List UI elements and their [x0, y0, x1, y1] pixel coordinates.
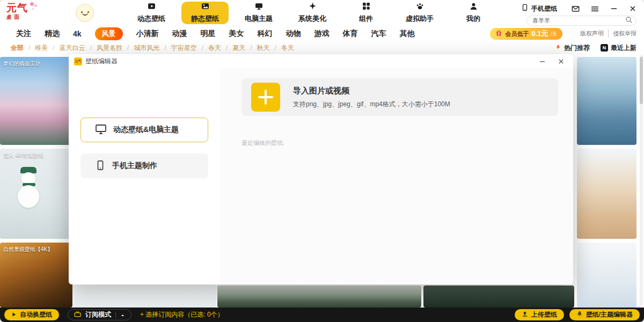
minimize-icon[interactable]	[610, 5, 618, 12]
auto-change-wallpaper-button[interactable]: 自动换壁纸	[4, 309, 59, 320]
app-logo: 元气 桌面	[6, 3, 28, 20]
nav-label: 系统美化	[298, 14, 326, 24]
nav-label: 动态壁纸	[137, 14, 165, 24]
report-link[interactable]: 侵权举报	[608, 30, 636, 38]
subcategory-summer[interactable]: 夏天	[232, 43, 257, 53]
subcategory-sky-clouds[interactable]: 蓝天白云	[60, 43, 97, 53]
scrollbar-thumb[interactable]	[640, 57, 643, 104]
wallpaper-thumb-alchemy[interactable]: 梦幻的炼金工坊	[0, 57, 72, 145]
wallpaper-thumb-winter-trees[interactable]	[577, 149, 636, 239]
nav-item-virtual-assistant[interactable]: 虚拟助手	[396, 2, 443, 24]
hot-recommend-button[interactable]: 热门推荐	[555, 43, 590, 53]
category-other[interactable]: 其他	[400, 29, 415, 39]
category-bar: 关注 精选 4k 风景 小清新 动漫 明星 美女 科幻 动物 游戏 体育 汽车 …	[0, 26, 644, 42]
wallpaper-thumb-snowman[interactable]: 雪人 4K专属壁纸	[0, 149, 72, 239]
subcategory-all[interactable]: 全部	[11, 43, 35, 53]
subcategory-cityscape[interactable]: 城市风光	[134, 43, 171, 53]
menu-icon[interactable]	[591, 5, 599, 13]
nav-label: 静态壁纸	[191, 14, 219, 24]
subcategory-winter[interactable]: 冬天	[281, 43, 294, 53]
subscribe-mode-label: 订阅模式	[85, 310, 111, 319]
upload-text-block: 导入图片或视频 支持png、jpg、jpeg、gif、mp4格式，大小需小于10…	[293, 86, 450, 109]
header-controls: 手机壁纸	[521, 4, 636, 13]
legal-links: 版权声明 侵权举报	[580, 30, 636, 38]
mobile-wallpaper-button[interactable]: 手机壁纸	[521, 4, 557, 13]
category-follow[interactable]: 关注	[16, 29, 31, 39]
category-fresh[interactable]: 小清新	[136, 29, 159, 39]
subcategory-aesthetic[interactable]: 唯美	[35, 43, 59, 53]
close-icon[interactable]	[629, 5, 636, 12]
tab-mobile-theme-maker[interactable]: 手机主题制作	[80, 153, 208, 178]
category-list: 关注 精选 4k 风景 小清新 动漫 明星 美女 科幻 动物 游戏 体育 汽车 …	[16, 26, 415, 42]
wallpaper-thumb-snow[interactable]	[577, 243, 636, 308]
footer-bar: 自动换壁纸 订阅模式 + 选择订阅内容（已选: 0个） 上传壁纸 壁纸/主题编辑…	[0, 308, 644, 322]
category-anime[interactable]: 动漫	[172, 29, 187, 39]
nav-label: 我的	[466, 14, 480, 24]
monitor-icon	[255, 2, 263, 12]
search-input[interactable]	[526, 16, 636, 26]
nav-item-mine[interactable]: 我的	[450, 2, 497, 24]
sort-options: 热门推荐 N 最近上新	[555, 43, 636, 53]
subscribe-mode-dropdown[interactable]: 订阅模式	[68, 309, 131, 320]
upload-wallpaper-label: 上传壁纸	[531, 310, 557, 319]
nav-item-dynamic-wallpaper[interactable]: 动态壁纸	[128, 2, 175, 24]
nav-item-static-wallpaper[interactable]: 静态壁纸	[181, 2, 229, 24]
wallpaper-thumb-forest[interactable]	[217, 286, 421, 308]
tab-dynamic-wallpaper-pc-theme[interactable]: 动态壁纸&电脑主题	[80, 118, 208, 142]
caret-up-icon	[120, 310, 125, 320]
upload-icon	[522, 311, 528, 319]
nav-item-system-beautify[interactable]: 系统美化	[289, 2, 336, 24]
subcategory-space[interactable]: 宇宙星空	[171, 43, 208, 53]
flame-icon	[555, 43, 561, 53]
message-icon[interactable]	[572, 5, 580, 13]
vip-suffix-text: /天	[551, 31, 557, 38]
category-scifi[interactable]: 科幻	[258, 29, 273, 39]
app-window: 元气 桌面 动态壁纸 静态壁纸 电脑主题 系统美化	[0, 0, 644, 322]
user-avatar[interactable]	[76, 4, 94, 22]
search-icon[interactable]	[625, 16, 633, 26]
category-landscape[interactable]: 风景	[95, 27, 123, 40]
plus-icon[interactable]	[251, 83, 280, 112]
modal-sidebar: 动态壁纸&电脑主题 手机主题制作	[69, 68, 220, 284]
vip-promo-badge[interactable]: 会员低于 0.1元 /天	[490, 28, 562, 40]
image-icon	[201, 2, 209, 12]
wallpaper-title: 梦幻的炼金工坊	[3, 60, 41, 68]
subcategory-autumn[interactable]: 秋天	[257, 43, 281, 53]
upload-wallpaper-button[interactable]: 上传壁纸	[515, 309, 564, 320]
category-featured[interactable]: 精选	[45, 29, 60, 39]
nav-label: 虚拟助手	[406, 14, 434, 24]
subcategory-list: 全部 唯美 蓝天白云 风景名胜 城市风光 宇宙星空 春天 夏天 秋天 冬天	[11, 43, 294, 53]
user-icon	[470, 2, 478, 12]
copyright-link[interactable]: 版权声明	[580, 30, 604, 38]
wallpaper-thumb-pines[interactable]	[423, 286, 574, 308]
category-beauty[interactable]: 美女	[229, 29, 244, 39]
wallpaper-title: 自然景观壁纸【4K】	[3, 246, 53, 253]
wallpaper-thumb-sea[interactable]	[577, 57, 636, 145]
recent-edited-label: 最近编辑的壁纸:	[241, 139, 284, 147]
category-game[interactable]: 游戏	[314, 29, 330, 39]
modal-titlebar: 元气 壁纸编辑器	[69, 54, 573, 68]
modal-minimize-icon[interactable]	[539, 58, 546, 65]
wallpaper-thumb[interactable]	[74, 286, 216, 308]
auto-change-label: 自动换壁纸	[20, 310, 52, 319]
category-animal[interactable]: 动物	[286, 29, 301, 39]
hot-recommend-label: 热门推荐	[564, 43, 590, 53]
wallpaper-theme-editor-button[interactable]: 壁纸/主题编辑器	[569, 309, 640, 320]
category-car[interactable]: 汽车	[371, 29, 386, 39]
category-sport[interactable]: 体育	[343, 29, 358, 39]
scrollbar-track[interactable]	[640, 55, 643, 307]
category-star[interactable]: 明星	[201, 29, 216, 39]
wallpaper-thumb-autumn[interactable]: 自然景观壁纸【4K】	[0, 243, 72, 308]
select-subscribe-content-link[interactable]: + 选择订阅内容（已选: 0个）	[140, 310, 224, 319]
modal-close-icon[interactable]	[558, 58, 565, 65]
subcategory-scenic-spots[interactable]: 风景名胜	[97, 43, 134, 53]
nav-item-pc-theme[interactable]: 电脑主题	[235, 2, 282, 24]
paw-icon	[416, 2, 424, 12]
wallpaper-title: 雪人 4K专属壁纸	[3, 152, 43, 159]
gift-icon	[495, 29, 502, 39]
recent-new-button[interactable]: N 最近上新	[601, 43, 636, 53]
subcategory-spring[interactable]: 春天	[208, 43, 232, 53]
category-4k[interactable]: 4k	[73, 30, 82, 38]
nav-item-widgets[interactable]: 组件	[342, 2, 390, 24]
import-dropzone[interactable]: 导入图片或视频 支持png、jpg、jpeg、gif、mp4格式，大小需小于10…	[241, 78, 558, 116]
